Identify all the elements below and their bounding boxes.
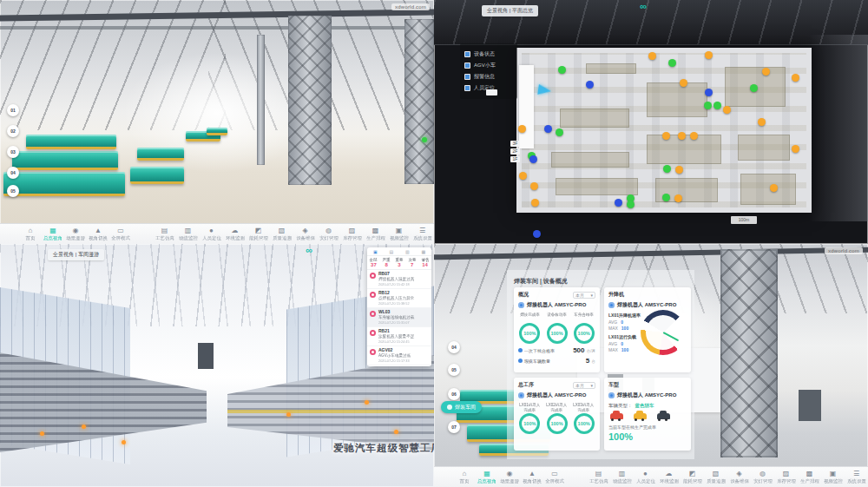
toolbar-item[interactable]: ◍ 安灯管理 bbox=[317, 227, 340, 240]
map-poi-dot[interactable] bbox=[668, 59, 676, 67]
toolbar-item[interactable]: ◉ 场景漫游 bbox=[64, 227, 87, 240]
floor-button[interactable]: 2F bbox=[510, 148, 520, 155]
map-poi-dot[interactable] bbox=[792, 145, 799, 153]
poi-marker[interactable]: 01 bbox=[7, 104, 19, 116]
map-filter-item[interactable]: AGV小车 bbox=[464, 62, 513, 69]
toolbar-item[interactable]: ◈ 设备维保 bbox=[727, 471, 751, 484]
checkbox-checked-icon[interactable] bbox=[464, 51, 470, 57]
workshop-pill-button[interactable]: 焊装车间 bbox=[441, 401, 482, 413]
poi-marker[interactable]: 07 bbox=[448, 421, 460, 433]
map-poi-dot[interactable] bbox=[531, 199, 539, 207]
alarm-panel-tool-icon[interactable]: ▦ bbox=[421, 249, 425, 254]
toolbar-item[interactable]: ◩ 能耗管理 bbox=[247, 227, 270, 240]
toolbar-item[interactable]: ☰ 系统设置 bbox=[845, 471, 868, 484]
alarm-panel-tool-icon[interactable]: ▥ bbox=[405, 249, 410, 254]
toolbar-item[interactable]: ▤ 工艺仿真 bbox=[153, 227, 176, 240]
map-poi-dot[interactable] bbox=[519, 172, 527, 180]
toolbar-item[interactable]: ▣ 视频监控 bbox=[821, 471, 845, 484]
map-poi-dot[interactable] bbox=[530, 182, 538, 190]
floor-button[interactable]: 3F bbox=[510, 141, 520, 147]
map-poi-dot[interactable] bbox=[770, 184, 778, 192]
map-poi-dot[interactable] bbox=[678, 132, 686, 140]
map-poi-dot[interactable] bbox=[558, 66, 566, 74]
map-poi-dot[interactable] bbox=[723, 106, 731, 114]
map-poi-dot[interactable] bbox=[544, 125, 552, 133]
checkbox-checked-icon[interactable] bbox=[464, 74, 470, 80]
alarm-stat-tab[interactable]: 警告 14 bbox=[418, 256, 431, 269]
toolbar-item[interactable]: ☰ 系统设置 bbox=[411, 227, 434, 240]
toolbar-item[interactable]: ◩ 能耗管理 bbox=[681, 471, 704, 484]
toolbar-item[interactable]: ● 人员定位 bbox=[634, 471, 657, 484]
alarm-stat-tab[interactable]: 次要 7 bbox=[405, 256, 418, 269]
alarm-list-item[interactable]: RB07 焊接机器人温度过高 2020-07-20 15:42:18 bbox=[367, 270, 431, 289]
map-filter-item[interactable]: 报警信息 bbox=[464, 73, 513, 81]
poi-marker[interactable]: 04 bbox=[7, 167, 19, 179]
map-poi-dot[interactable] bbox=[705, 51, 713, 59]
map-zoom-control[interactable] bbox=[486, 89, 497, 95]
poi-marker[interactable]: 04 bbox=[448, 341, 460, 353]
map-poi-dot[interactable] bbox=[586, 81, 594, 89]
toolbar-item[interactable]: ☁ 环境监测 bbox=[223, 227, 247, 240]
toolbar-item[interactable]: ◍ 安灯管理 bbox=[751, 471, 774, 484]
map-poi-dot[interactable] bbox=[762, 68, 770, 76]
checkbox-checked-icon[interactable] bbox=[464, 63, 470, 69]
toolbar-item[interactable]: ▤ 工艺仿真 bbox=[587, 471, 610, 484]
alarm-list-item[interactable]: AGV02 AGV小车电量过低 2020-07-20 15:17:33 bbox=[367, 346, 431, 365]
toolbar-item[interactable]: ⌂ 首页 bbox=[19, 227, 42, 240]
alarm-list-item[interactable]: WL03 车身输送线电机过载 2020-07-20 15:31:07 bbox=[367, 308, 431, 327]
map-poi-dot[interactable] bbox=[792, 74, 799, 82]
toolbar-item[interactable]: ▣ 视频监控 bbox=[387, 227, 411, 240]
map-poi-dot[interactable] bbox=[690, 132, 698, 140]
map-poi-dot[interactable] bbox=[648, 52, 656, 60]
map-poi-dot[interactable] bbox=[518, 125, 526, 133]
map-poi-dot[interactable] bbox=[704, 102, 712, 109]
toolbar-item[interactable]: ◉ 场景漫游 bbox=[498, 471, 521, 484]
toolbar-item[interactable]: ▨ 库存管理 bbox=[774, 471, 798, 484]
toolbar-item[interactable]: ● 人员定位 bbox=[200, 227, 223, 240]
toolbar-item[interactable]: ▲ 视角切换 bbox=[521, 471, 543, 484]
toolbar-item[interactable]: ▦ 总览视角 bbox=[476, 471, 498, 484]
map-filter-item[interactable]: 设备状态 bbox=[464, 50, 513, 58]
poi-marker[interactable]: 05 bbox=[7, 185, 19, 197]
map-poi-dot[interactable] bbox=[680, 79, 687, 87]
poi-marker[interactable]: 03 bbox=[7, 146, 19, 158]
alarm-stat-tab[interactable]: 重要 3 bbox=[393, 256, 406, 269]
map-poi-dot[interactable] bbox=[627, 201, 635, 208]
poi-marker[interactable]: 06 bbox=[448, 388, 460, 400]
map-poi-dot[interactable] bbox=[675, 166, 683, 174]
poi-marker[interactable]: 05 bbox=[448, 364, 460, 376]
toolbar-item[interactable]: ▲ 视角切换 bbox=[87, 227, 109, 240]
toolbar-item[interactable]: ▧ 质量追溯 bbox=[704, 471, 727, 484]
map-poi-dot[interactable] bbox=[533, 230, 541, 238]
map-poi-dot[interactable] bbox=[615, 199, 622, 207]
toolbar-item[interactable]: ⌂ 首页 bbox=[453, 471, 476, 484]
alarm-list-item[interactable]: RB35 夹具定位传感器故障 2020-07-20 15:09:26 bbox=[367, 365, 431, 366]
map-poi-dot[interactable] bbox=[705, 89, 713, 96]
toolbar-item[interactable]: ▥ 物流监控 bbox=[176, 227, 200, 240]
map-poi-dot[interactable] bbox=[750, 84, 758, 92]
toolbar-item[interactable]: ☁ 环境监测 bbox=[657, 471, 681, 484]
toolbar-item[interactable]: ◈ 设备维保 bbox=[293, 227, 317, 240]
toolbar-item[interactable]: ▩ 生产排程 bbox=[798, 471, 821, 484]
floor-button[interactable]: 1F bbox=[510, 156, 520, 162]
map-poi-dot[interactable] bbox=[674, 194, 682, 202]
alarm-list-item[interactable]: RB12 点焊机器人压力异常 2020-07-20 15:38:52 bbox=[367, 289, 431, 308]
toolbar-item[interactable]: ▥ 物流监控 bbox=[610, 471, 634, 484]
toolbar-item[interactable]: ▩ 生产排程 bbox=[364, 227, 387, 240]
checkbox-checked-icon[interactable] bbox=[464, 85, 470, 91]
map-poi-dot[interactable] bbox=[662, 132, 670, 140]
alarm-panel-tool-icon[interactable]: ▣ bbox=[373, 249, 378, 254]
alarm-stat-tab[interactable]: 全部 37 bbox=[367, 256, 380, 269]
toolbar-item[interactable]: ▧ 质量追溯 bbox=[270, 227, 293, 240]
alarm-list-item[interactable]: RB21 涂胶机器人胶量不足 2020-07-20 15:24:45 bbox=[367, 327, 431, 346]
alarm-stat-tab[interactable]: 严重 8 bbox=[380, 256, 393, 269]
map-poi-dot[interactable] bbox=[663, 165, 671, 173]
toolbar-item[interactable]: ▭ 全屏模式 bbox=[109, 227, 132, 240]
toolbar-item[interactable]: ▭ 全屏模式 bbox=[543, 471, 566, 484]
map-poi-dot[interactable] bbox=[758, 118, 766, 126]
toolbar-item[interactable]: ▨ 库存管理 bbox=[340, 227, 364, 240]
map-poi-dot[interactable] bbox=[662, 194, 670, 201]
map-poi-dot[interactable] bbox=[556, 128, 563, 136]
card-dropdown[interactable]: 本月 ▾ bbox=[573, 292, 595, 299]
alarm-panel-tool-icon[interactable]: ▤ bbox=[389, 249, 393, 254]
